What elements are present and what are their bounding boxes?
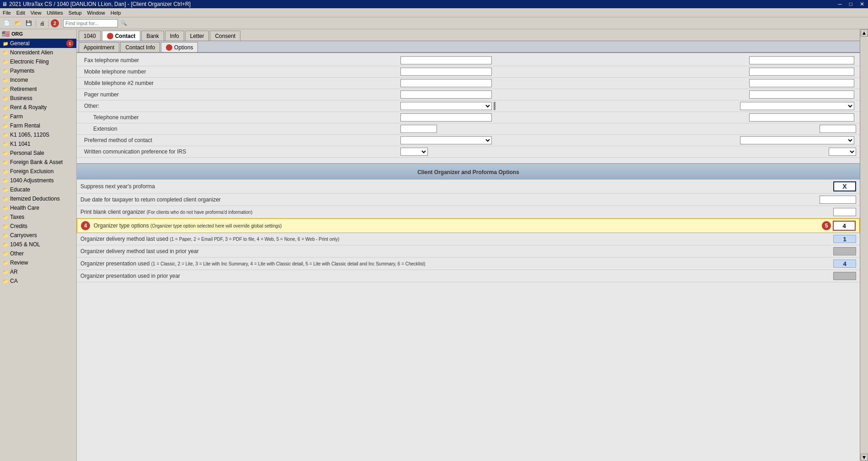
sidebar-item-retirement[interactable]: 📁 Retirement (0, 85, 76, 94)
menu-edit[interactable]: Edit (14, 9, 28, 16)
sidebar-item-other[interactable]: 📁 Other (0, 249, 76, 258)
menu-help[interactable]: Help (108, 9, 124, 16)
presentation-prior-year-label: Organizer presentation used in prior yea… (80, 273, 833, 279)
print-blank-input[interactable] (833, 208, 856, 216)
presentation-prior-year-row: Organizer presentation used in prior yea… (77, 270, 860, 282)
toolbar-separator-3 (61, 19, 61, 27)
tab-1040-label: 1040 (84, 33, 96, 39)
mobile2-input-2[interactable] (749, 79, 854, 87)
sidebar-item-rent-royalty[interactable]: 📁 Rent & Royalty (0, 103, 76, 112)
sidebar-item-nonresident-alien[interactable]: 📁 Nonresident Alien (0, 48, 76, 57)
sidebar-item-carryovers[interactable]: 📁 Carryovers (0, 231, 76, 240)
close-button[interactable]: ✕ (858, 1, 866, 7)
telephone-input-2[interactable] (749, 113, 854, 122)
tab-contact[interactable]: Contact (102, 31, 141, 41)
written-select-2[interactable] (829, 148, 856, 156)
menu-setup[interactable]: Setup (66, 9, 85, 16)
sidebar-item-k1-1065[interactable]: 📁 K1 1065, 1120S (0, 130, 76, 139)
maximize-button[interactable]: □ (847, 1, 854, 7)
tab-bank[interactable]: Bank (141, 31, 164, 41)
preferred-select-1[interactable] (400, 136, 492, 144)
sidebar-item-ca[interactable]: 📁 CA (0, 276, 76, 286)
written-select-1[interactable] (400, 148, 428, 156)
preferred-select-2[interactable] (740, 136, 854, 144)
mobile2-label: Mobile telephone #2 number (80, 80, 400, 86)
fax-input-2[interactable] (749, 56, 854, 64)
menu-utilities[interactable]: Utilities (44, 9, 65, 16)
folder-icon-rr: 📁 (3, 105, 8, 110)
pager-label: Pager number (80, 91, 400, 98)
fax-label: Fax telephone number (80, 57, 400, 64)
sidebar-label-ef: Electronic Filing (10, 58, 49, 65)
due-date-input[interactable] (820, 196, 856, 204)
tab-bank-label: Bank (146, 33, 159, 39)
tab-1040[interactable]: 1040 (79, 31, 101, 41)
tab-info-label: Info (170, 33, 179, 39)
sidebar-item-farm[interactable]: 📁 Farm (0, 112, 76, 121)
sidebar-item-ar[interactable]: 📁 AR (0, 267, 76, 276)
menu-bar: File Edit View Utilities Setup Window He… (0, 8, 868, 17)
tab-consent[interactable]: Consent (210, 31, 240, 41)
menu-view[interactable]: View (28, 9, 44, 16)
other-select-2[interactable] (740, 102, 854, 110)
sidebar-item-1045-nol[interactable]: 📁 1045 & NOL (0, 240, 76, 249)
presentation-used-label: Organizer presentation used (1 = Classic… (80, 260, 833, 267)
minimize-button[interactable]: ─ (836, 1, 844, 7)
find-input[interactable] (63, 19, 118, 27)
mobile-input-2[interactable] (749, 68, 854, 76)
fax-input-1[interactable] (400, 56, 492, 64)
sidebar-item-health-care[interactable]: 📁 Health Care (0, 203, 76, 212)
sidebar-item-itemized[interactable]: 📁 Itemized Deductions (0, 194, 76, 203)
sidebar-item-farm-rental[interactable]: 📁 Farm Rental (0, 121, 76, 130)
tab-options[interactable]: Options (161, 42, 198, 52)
options-section-header: Client Organizer and Proforma Options (77, 163, 860, 180)
toolbar-find-icon[interactable]: 🔍 (119, 19, 129, 27)
menu-file[interactable]: File (0, 9, 14, 16)
tab-contact-label: Contact (115, 33, 136, 39)
telephone-input-1[interactable] (400, 113, 492, 122)
menu-window[interactable]: Window (85, 9, 108, 16)
tab-appointment[interactable]: Appointment (79, 42, 119, 52)
sidebar-item-business[interactable]: 📁 Business (0, 94, 76, 103)
tab-letter[interactable]: Letter (185, 31, 209, 41)
sidebar-item-foreign-bank[interactable]: 📁 Foreign Bank & Asset (0, 158, 76, 167)
sidebar-item-electronic-filing[interactable]: 📁 Electronic Filing (0, 57, 76, 66)
sidebar-label-business: Business (10, 95, 32, 101)
written-row: Written communication preference for IRS (77, 146, 860, 158)
tab-info[interactable]: Info (165, 31, 184, 41)
extension-input-1[interactable] (400, 125, 437, 133)
sidebar-item-taxes[interactable]: 📁 Taxes (0, 212, 76, 222)
other-select-1[interactable] (400, 102, 492, 110)
sidebar-label-foreign-exclusion: Foreign Exclusion (10, 168, 53, 175)
pager-input-2[interactable] (749, 90, 854, 99)
sidebar-item-payments[interactable]: 📁 Payments (0, 66, 76, 75)
toolbar-new[interactable]: 📄 (2, 19, 12, 27)
toolbar-open[interactable]: 📂 (13, 19, 23, 27)
toolbar-save[interactable]: 💾 (24, 19, 34, 27)
tab-contact-info[interactable]: Contact Info (120, 42, 160, 52)
sidebar-item-credits[interactable]: 📁 Credits (0, 222, 76, 231)
print-blank-label: Print blank client organizer (For client… (80, 209, 833, 215)
sidebar-item-educate[interactable]: 📁 Educate (0, 185, 76, 194)
sidebar-item-income[interactable]: 📁 Income (0, 75, 76, 85)
pager-input-1[interactable] (400, 90, 492, 99)
toolbar-print[interactable]: 🖨 (38, 20, 47, 27)
scroll-up-button[interactable]: ▲ (861, 29, 868, 37)
scroll-down-button[interactable]: ▼ (861, 454, 868, 461)
sidebar-item-foreign-exclusion[interactable]: 📁 Foreign Exclusion (0, 167, 76, 176)
sidebar-item-personal-sale[interactable]: 📁 Personal Sale (0, 148, 76, 158)
extension-input-2[interactable] (820, 125, 856, 133)
org-name: ORG (11, 31, 23, 37)
sidebar-item-1040-adjustments[interactable]: 📁 1040 Adjustments (0, 176, 76, 185)
mobile2-input-1[interactable] (400, 79, 492, 87)
sidebar-label-ca: CA (10, 278, 18, 284)
mobile-input-1[interactable] (400, 68, 492, 76)
top-tab-bar: 1040 Contact Bank Info Letter Consent (77, 29, 860, 41)
options-section: Suppress next year's proforma X Due date… (77, 180, 860, 282)
organizer-type-input[interactable] (833, 221, 856, 231)
sidebar-item-general[interactable]: 📁 General 1 (0, 39, 76, 48)
sidebar-item-review[interactable]: 📁 Review (0, 258, 76, 267)
suppress-x-button[interactable]: X (833, 181, 856, 191)
folder-icon-k1a: 📁 (3, 132, 8, 138)
sidebar-item-k1-1041[interactable]: 📁 K1 1041 (0, 139, 76, 148)
